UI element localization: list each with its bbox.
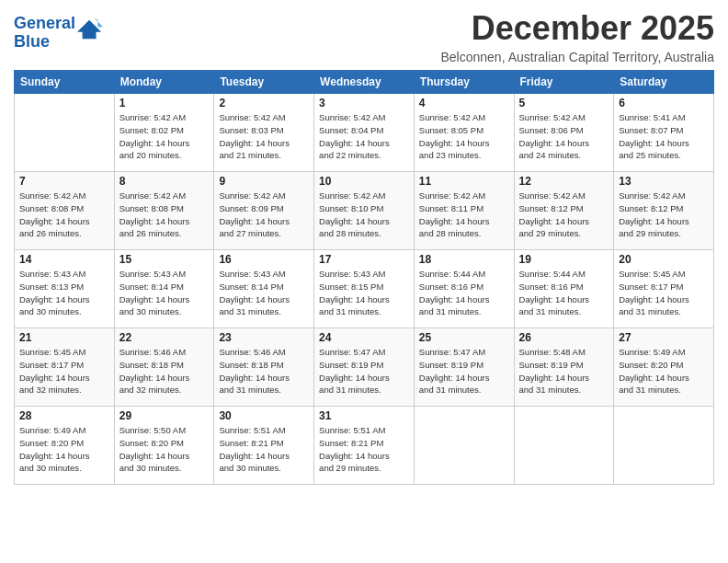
day-number: 7 <box>19 175 109 188</box>
week-row-5: 28Sunrise: 5:49 AM Sunset: 8:20 PM Dayli… <box>15 407 714 485</box>
day-number: 11 <box>419 175 509 188</box>
day-number: 2 <box>219 97 309 109</box>
day-cell: 7Sunrise: 5:42 AM Sunset: 8:08 PM Daylig… <box>15 172 115 250</box>
day-info: Sunrise: 5:41 AM Sunset: 8:07 PM Dayligh… <box>619 111 709 162</box>
day-info: Sunrise: 5:42 AM Sunset: 8:10 PM Dayligh… <box>319 190 409 240</box>
day-info: Sunrise: 5:51 AM Sunset: 8:21 PM Dayligh… <box>319 424 409 475</box>
day-cell <box>414 407 514 485</box>
day-info: Sunrise: 5:42 AM Sunset: 8:04 PM Dayligh… <box>319 111 409 162</box>
day-info: Sunrise: 5:47 AM Sunset: 8:19 PM Dayligh… <box>419 346 509 396</box>
day-cell: 13Sunrise: 5:42 AM Sunset: 8:12 PM Dayli… <box>614 172 714 250</box>
day-cell: 25Sunrise: 5:47 AM Sunset: 8:19 PM Dayli… <box>414 328 514 407</box>
day-cell: 21Sunrise: 5:45 AM Sunset: 8:17 PM Dayli… <box>15 328 115 407</box>
day-info: Sunrise: 5:42 AM Sunset: 8:02 PM Dayligh… <box>119 111 210 162</box>
day-cell: 10Sunrise: 5:42 AM Sunset: 8:10 PM Dayli… <box>314 172 415 250</box>
weekday-header-saturday: Saturday <box>614 71 714 94</box>
day-cell: 20Sunrise: 5:45 AM Sunset: 8:17 PM Dayli… <box>614 250 714 328</box>
day-info: Sunrise: 5:46 AM Sunset: 8:18 PM Dayligh… <box>219 346 309 396</box>
day-number: 29 <box>119 409 210 422</box>
day-number: 19 <box>519 253 609 266</box>
day-info: Sunrise: 5:45 AM Sunset: 8:17 PM Dayligh… <box>619 268 709 318</box>
day-number: 16 <box>219 253 309 266</box>
day-cell: 4Sunrise: 5:42 AM Sunset: 8:05 PM Daylig… <box>414 94 514 172</box>
day-number: 24 <box>319 331 409 344</box>
day-info: Sunrise: 5:50 AM Sunset: 8:20 PM Dayligh… <box>119 424 210 475</box>
day-cell: 29Sunrise: 5:50 AM Sunset: 8:20 PM Dayli… <box>114 407 214 485</box>
day-cell: 6Sunrise: 5:41 AM Sunset: 8:07 PM Daylig… <box>614 94 714 172</box>
day-cell: 9Sunrise: 5:42 AM Sunset: 8:09 PM Daylig… <box>214 172 314 250</box>
day-info: Sunrise: 5:42 AM Sunset: 8:12 PM Dayligh… <box>619 190 709 240</box>
weekday-header-row: SundayMondayTuesdayWednesdayThursdayFrid… <box>15 71 714 94</box>
day-cell: 19Sunrise: 5:44 AM Sunset: 8:16 PM Dayli… <box>514 250 614 328</box>
day-cell: 16Sunrise: 5:43 AM Sunset: 8:14 PM Dayli… <box>214 250 314 328</box>
week-row-4: 21Sunrise: 5:45 AM Sunset: 8:17 PM Dayli… <box>15 328 714 407</box>
day-info: Sunrise: 5:42 AM Sunset: 8:06 PM Dayligh… <box>519 111 609 162</box>
day-info: Sunrise: 5:43 AM Sunset: 8:14 PM Dayligh… <box>219 268 309 318</box>
day-number: 17 <box>319 253 409 266</box>
day-info: Sunrise: 5:42 AM Sunset: 8:08 PM Dayligh… <box>19 190 109 240</box>
day-number: 23 <box>219 331 309 344</box>
weekday-header-sunday: Sunday <box>15 71 115 94</box>
day-cell: 8Sunrise: 5:42 AM Sunset: 8:08 PM Daylig… <box>114 172 214 250</box>
day-number: 30 <box>219 409 309 422</box>
day-info: Sunrise: 5:42 AM Sunset: 8:11 PM Dayligh… <box>419 190 509 240</box>
day-cell: 15Sunrise: 5:43 AM Sunset: 8:14 PM Dayli… <box>114 250 214 328</box>
day-number: 6 <box>619 97 709 109</box>
day-number: 25 <box>419 331 509 344</box>
day-cell <box>15 94 115 172</box>
logo-general: General <box>14 14 75 32</box>
day-cell: 11Sunrise: 5:42 AM Sunset: 8:11 PM Dayli… <box>414 172 514 250</box>
calendar: SundayMondayTuesdayWednesdayThursdayFrid… <box>14 70 714 485</box>
day-cell: 31Sunrise: 5:51 AM Sunset: 8:21 PM Dayli… <box>314 407 415 485</box>
day-cell: 18Sunrise: 5:44 AM Sunset: 8:16 PM Dayli… <box>414 250 514 328</box>
month-year: December 2025 <box>440 9 714 48</box>
day-info: Sunrise: 5:48 AM Sunset: 8:19 PM Dayligh… <box>519 346 609 396</box>
day-cell: 30Sunrise: 5:51 AM Sunset: 8:21 PM Dayli… <box>214 407 314 485</box>
day-number: 20 <box>619 253 709 266</box>
title-area: December 2025 Belconnen, Australian Capi… <box>440 9 714 64</box>
day-info: Sunrise: 5:42 AM Sunset: 8:08 PM Dayligh… <box>119 190 210 240</box>
day-info: Sunrise: 5:46 AM Sunset: 8:18 PM Dayligh… <box>119 346 210 396</box>
day-number: 28 <box>19 409 109 422</box>
day-info: Sunrise: 5:47 AM Sunset: 8:19 PM Dayligh… <box>319 346 409 396</box>
day-number: 1 <box>119 97 210 109</box>
day-number: 10 <box>319 175 409 188</box>
day-cell: 2Sunrise: 5:42 AM Sunset: 8:03 PM Daylig… <box>214 94 314 172</box>
logo: General Blue <box>14 15 103 52</box>
day-cell: 14Sunrise: 5:43 AM Sunset: 8:13 PM Dayli… <box>15 250 115 328</box>
day-cell: 3Sunrise: 5:42 AM Sunset: 8:04 PM Daylig… <box>314 94 415 172</box>
day-cell: 1Sunrise: 5:42 AM Sunset: 8:02 PM Daylig… <box>114 94 214 172</box>
day-number: 8 <box>119 175 210 188</box>
day-cell: 22Sunrise: 5:46 AM Sunset: 8:18 PM Dayli… <box>114 328 214 407</box>
weekday-header-friday: Friday <box>514 71 614 94</box>
week-row-2: 7Sunrise: 5:42 AM Sunset: 8:08 PM Daylig… <box>15 172 714 250</box>
location: Belconnen, Australian Capital Territory,… <box>440 50 714 64</box>
day-cell: 27Sunrise: 5:49 AM Sunset: 8:20 PM Dayli… <box>614 328 714 407</box>
day-number: 15 <box>119 253 210 266</box>
day-number: 12 <box>519 175 609 188</box>
day-cell: 5Sunrise: 5:42 AM Sunset: 8:06 PM Daylig… <box>514 94 614 172</box>
day-number: 26 <box>519 331 609 344</box>
day-number: 14 <box>19 253 109 266</box>
day-number: 27 <box>619 331 709 344</box>
day-info: Sunrise: 5:43 AM Sunset: 8:15 PM Dayligh… <box>319 268 409 318</box>
day-info: Sunrise: 5:49 AM Sunset: 8:20 PM Dayligh… <box>619 346 709 396</box>
day-number: 31 <box>319 409 409 422</box>
day-cell: 17Sunrise: 5:43 AM Sunset: 8:15 PM Dayli… <box>314 250 415 328</box>
day-info: Sunrise: 5:44 AM Sunset: 8:16 PM Dayligh… <box>519 268 609 318</box>
svg-marker-1 <box>95 18 103 27</box>
day-number: 22 <box>119 331 210 344</box>
day-cell: 12Sunrise: 5:42 AM Sunset: 8:12 PM Dayli… <box>514 172 614 250</box>
day-info: Sunrise: 5:44 AM Sunset: 8:16 PM Dayligh… <box>419 268 509 318</box>
day-info: Sunrise: 5:43 AM Sunset: 8:13 PM Dayligh… <box>19 268 109 318</box>
day-info: Sunrise: 5:42 AM Sunset: 8:05 PM Dayligh… <box>419 111 509 162</box>
day-info: Sunrise: 5:42 AM Sunset: 8:03 PM Dayligh… <box>219 111 309 162</box>
logo-blue: Blue <box>14 32 50 51</box>
day-number: 13 <box>619 175 709 188</box>
day-cell <box>614 407 714 485</box>
day-number: 5 <box>519 97 609 109</box>
day-info: Sunrise: 5:45 AM Sunset: 8:17 PM Dayligh… <box>19 346 109 396</box>
weekday-header-wednesday: Wednesday <box>314 71 415 94</box>
day-cell <box>514 407 614 485</box>
day-number: 4 <box>419 97 509 109</box>
